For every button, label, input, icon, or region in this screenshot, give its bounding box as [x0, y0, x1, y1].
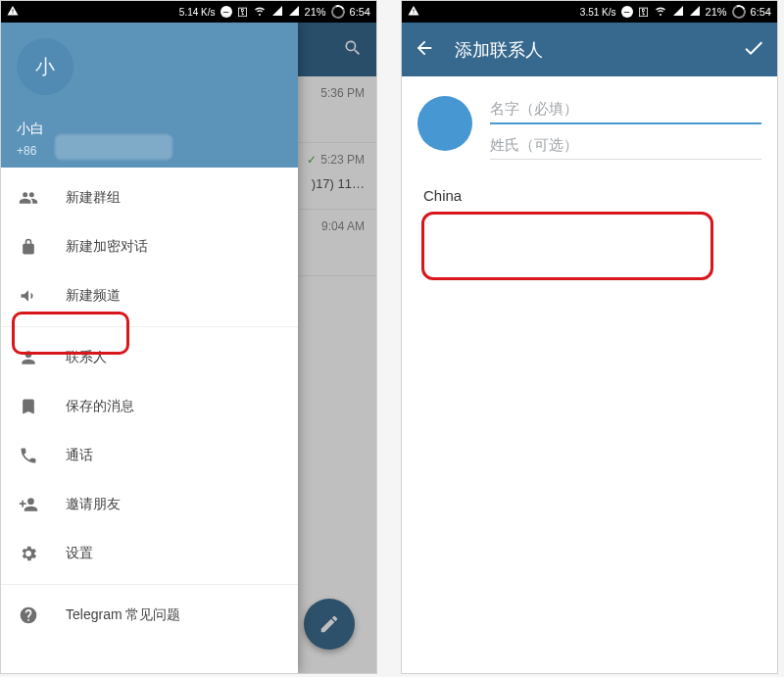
drawer-item-settings[interactable]: 设置: [1, 529, 298, 578]
battery-ring-icon: [329, 3, 347, 21]
add-contact-form: China +86 --- ---- ----: [402, 76, 777, 251]
drawer-item-calls[interactable]: 通话: [1, 431, 298, 480]
signal-icon-2: [689, 5, 701, 19]
clock: 6:54: [751, 6, 771, 18]
drawer-item-label: 联系人: [66, 349, 107, 366]
person-add-icon: [19, 495, 38, 514]
first-name-field[interactable]: [490, 94, 761, 124]
drawer-item-label: 新建群组: [66, 189, 121, 207]
megaphone-icon: [19, 286, 38, 306]
battery-percent: 21%: [305, 6, 326, 18]
drawer-item-faq[interactable]: Telegram 常见问题: [1, 591, 298, 640]
wifi-icon: [253, 5, 267, 19]
country-selector[interactable]: China: [423, 187, 761, 204]
account-phone: +86: [17, 144, 36, 158]
redacted-blur: [55, 134, 172, 160]
person-icon: [19, 348, 38, 367]
phone-input[interactable]: --- ---- ----: [471, 216, 551, 233]
contact-avatar[interactable]: [417, 96, 472, 151]
drawer-item-label: 邀请朋友: [66, 496, 121, 513]
last-name-field[interactable]: [490, 130, 761, 160]
divider: [1, 326, 298, 327]
group-icon: [19, 188, 38, 208]
vpn-icon: ⚿: [237, 6, 248, 18]
avatar-initial: 小: [35, 54, 55, 80]
dial-code[interactable]: +86: [423, 216, 450, 233]
help-icon: [19, 605, 38, 625]
drawer-item-label: 通话: [66, 447, 93, 464]
drawer-header[interactable]: 小 小白 +86: [1, 23, 298, 168]
drawer-item-label: Telegram 常见问题: [66, 606, 180, 624]
nav-drawer: 小 小白 +86 新建群组 新建加密对话: [1, 23, 298, 673]
status-bar: 5.14 K/s – ⚿ 21% 6:54: [1, 1, 376, 23]
clock: 6:54: [350, 6, 370, 18]
net-speed: 5.14 K/s: [179, 7, 216, 18]
drawer-item-label: 新建加密对话: [66, 238, 148, 256]
screenshot-right: 3.51 K/s – ⚿ 21% 6:54 添加联系人: [401, 0, 778, 674]
gear-icon: [19, 544, 38, 563]
drawer-item-contacts[interactable]: 联系人: [1, 333, 298, 382]
battery-percent: 21%: [706, 6, 727, 18]
dnd-icon: –: [220, 6, 232, 18]
drawer-item-new-group[interactable]: 新建群组: [1, 173, 298, 222]
vpn-icon: ⚿: [638, 6, 649, 18]
wifi-icon: [654, 5, 667, 19]
drawer-item-secret-chat[interactable]: 新建加密对话: [1, 222, 298, 271]
net-speed: 3.51 K/s: [580, 7, 616, 18]
status-bar: 3.51 K/s – ⚿ 21% 6:54: [402, 1, 777, 23]
screenshot-left: 5.14 K/s – ⚿ 21% 6:54 5:36 PM: [0, 0, 377, 674]
lock-icon: [19, 237, 38, 257]
phone-icon: [19, 446, 38, 465]
drawer-item-new-channel[interactable]: 新建频道: [1, 271, 298, 320]
divider: [1, 584, 298, 585]
bookmark-icon: [19, 397, 38, 416]
signal-icon: [271, 5, 283, 19]
alert-icon: [408, 5, 419, 19]
battery-ring-icon: [730, 3, 748, 21]
signal-icon: [672, 5, 684, 19]
drawer-item-label: 新建频道: [66, 287, 121, 305]
back-icon[interactable]: [414, 37, 435, 63]
add-contact-header: 添加联系人: [402, 23, 777, 76]
drawer-item-label: 保存的消息: [66, 398, 134, 415]
alert-icon: [7, 5, 19, 19]
drawer-item-invite[interactable]: 邀请朋友: [1, 480, 298, 529]
drawer-item-label: 设置: [66, 545, 93, 562]
done-icon[interactable]: [742, 36, 765, 64]
signal-icon-2: [288, 5, 300, 19]
drawer-item-saved[interactable]: 保存的消息: [1, 382, 298, 431]
dnd-icon: –: [621, 6, 633, 18]
page-title: 添加联系人: [455, 38, 543, 62]
account-name: 小白: [17, 121, 44, 138]
drawer-list: 新建群组 新建加密对话 新建频道: [1, 168, 298, 673]
avatar: 小: [17, 38, 74, 95]
